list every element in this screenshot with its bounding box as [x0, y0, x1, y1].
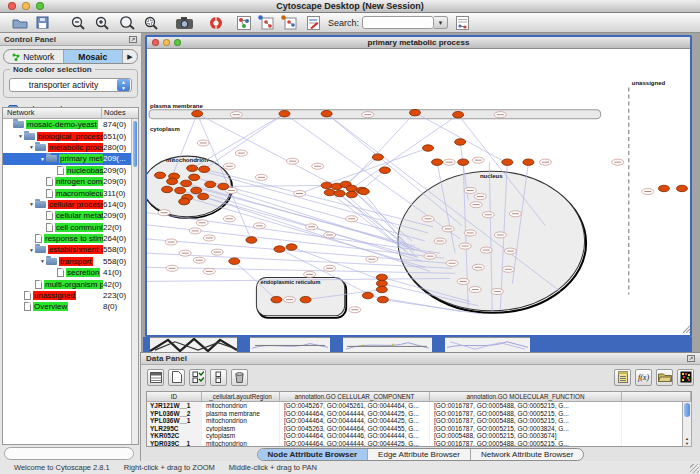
table-row[interactable]: YPL036W__2plasma membrane[GO:0044464, GO…: [147, 410, 691, 418]
network-canvas[interactable]: plasma membranecytoplasmnucleusmitochond…: [147, 49, 690, 335]
node-color-combo[interactable]: transporter activity ▲▼: [9, 78, 132, 92]
selected-node[interactable]: [324, 189, 335, 195]
background-window-fragment[interactable]: [150, 337, 237, 352]
table-row[interactable]: YLR295Ccytoplasm[GO:0045263, GO:0044464,…: [147, 425, 691, 433]
table-row[interactable]: YPL036W__1mitochondrion[GO:0044464, GO:0…: [147, 417, 691, 425]
tab-mosaic[interactable]: Mosaic: [64, 50, 124, 63]
selected-node[interactable]: [179, 198, 190, 204]
tree-row[interactable]: ▼primary metabo209(...: [3, 153, 138, 164]
selected-node[interactable]: [205, 181, 216, 187]
search-options-icon[interactable]: ▼: [434, 16, 448, 29]
tree-row[interactable]: unassigned223(0): [3, 290, 138, 301]
tree-expander-icon[interactable]: ▼: [28, 247, 35, 253]
table-row[interactable]: YKR052Ccytoplasm[GO:0044464, GO:0044446,…: [147, 432, 691, 440]
background-window-fragment[interactable]: [343, 337, 432, 352]
tree-row[interactable]: nitrogen compo209(0): [3, 176, 138, 187]
hide-selected-edges-icon[interactable]: [281, 15, 297, 31]
selected-node[interactable]: [502, 159, 513, 165]
tree-expander-icon[interactable]: ▼: [28, 144, 35, 150]
selected-node[interactable]: [321, 182, 332, 188]
tree-column-network[interactable]: Network: [3, 108, 102, 118]
selected-node[interactable]: [409, 109, 420, 115]
import-attributes-icon[interactable]: [656, 369, 673, 386]
selected-node[interactable]: [372, 154, 383, 160]
float-panel-icon[interactable]: ↗: [129, 36, 137, 43]
background-window-border[interactable]: [330, 337, 343, 352]
selected-node[interactable]: [379, 167, 390, 173]
selected-node[interactable]: [300, 296, 311, 302]
tree-row[interactable]: macromolecule311(0): [3, 187, 138, 198]
selected-node[interactable]: [377, 296, 388, 302]
selected-node[interactable]: [453, 111, 464, 117]
new-attribute-icon[interactable]: [168, 369, 185, 386]
unselect-attributes-icon[interactable]: [210, 369, 227, 386]
tab-node-attribute-browser[interactable]: Node Attribute Browser: [258, 449, 369, 460]
table-row[interactable]: YDR039C__1mitochondrion[GO:0044464, GO:0…: [147, 440, 691, 447]
table-header-1[interactable]: _cellularLayoutRegion: [202, 392, 280, 401]
selected-node[interactable]: [189, 174, 200, 180]
delete-attribute-icon[interactable]: [231, 369, 248, 386]
background-window-border[interactable]: [143, 337, 150, 352]
selected-node[interactable]: [676, 185, 687, 191]
table-header-2[interactable]: annotation.GO CELLULAR_COMPONENT: [280, 392, 430, 401]
table-header-3[interactable]: annotation.GO MOLECULAR_FUNCTION: [430, 392, 622, 401]
open-icon[interactable]: [12, 15, 28, 31]
selected-node[interactable]: [286, 244, 297, 250]
snapshot-icon[interactable]: [176, 15, 193, 31]
zoom-out-icon[interactable]: [71, 15, 85, 31]
selected-node[interactable]: [162, 186, 173, 192]
selected-node[interactable]: [376, 286, 387, 292]
selected-node[interactable]: [346, 185, 357, 191]
select-attributes-icon[interactable]: [189, 369, 206, 386]
tree-row[interactable]: ▼biological_process651(0): [3, 130, 138, 141]
tree-scrollbar[interactable]: [131, 119, 138, 444]
selected-node[interactable]: [279, 110, 290, 116]
tree-row[interactable]: Overview8(0): [3, 301, 138, 312]
tab-network[interactable]: Network: [4, 50, 64, 63]
tree-expander-icon[interactable]: ▼: [28, 201, 35, 207]
tree-expander-icon[interactable]: ▼: [39, 258, 46, 264]
table-header-0[interactable]: ID: [147, 392, 202, 401]
background-window-border[interactable]: [530, 337, 692, 352]
tree-row[interactable]: ▼transport558(0): [3, 256, 138, 267]
tree-expander-icon[interactable]: ▼: [39, 156, 46, 162]
selected-node[interactable]: [181, 180, 192, 186]
network-file-icon[interactable]: [456, 15, 469, 31]
selected-node[interactable]: [432, 159, 443, 165]
annotation-icon[interactable]: [307, 15, 320, 31]
window-resize-grip-icon[interactable]: [683, 326, 690, 333]
selected-node[interactable]: [175, 187, 186, 193]
background-window-fragment[interactable]: [250, 337, 330, 352]
tab-edge-attribute-browser[interactable]: Edge Attribute Browser: [368, 449, 471, 460]
network-window-title-bar[interactable]: primary metabolic process: [147, 37, 690, 49]
tree-expander-icon[interactable]: ▼: [17, 133, 24, 139]
selected-node[interactable]: [455, 139, 466, 145]
tab-network-attribute-browser[interactable]: Network Attribute Browser: [471, 449, 583, 460]
selected-node[interactable]: [187, 165, 198, 171]
selected-node[interactable]: [246, 237, 257, 243]
save-icon[interactable]: [36, 15, 49, 31]
selected-node[interactable]: [423, 145, 434, 151]
tree-row[interactable]: ▼metabolic process280(0): [3, 142, 138, 153]
tree-row[interactable]: cellular metabo209(0): [3, 210, 138, 221]
float-data-panel-icon[interactable]: ↗: [687, 355, 695, 362]
network-overview-icon[interactable]: [237, 15, 251, 31]
selected-node[interactable]: [191, 187, 202, 193]
selected-node[interactable]: [334, 190, 345, 196]
selected-node[interactable]: [229, 258, 240, 264]
selected-node[interactable]: [376, 274, 387, 280]
resize-grip[interactable]: [690, 464, 699, 473]
selected-node[interactable]: [198, 193, 209, 199]
tree-row[interactable]: response to stimul264(0): [3, 233, 138, 244]
table-scrollbar[interactable]: ▲▼: [682, 401, 692, 447]
network-view-window[interactable]: primary metabolic process plasma membran…: [145, 35, 692, 337]
zoom-selected-icon[interactable]: [144, 15, 158, 31]
attribute-table[interactable]: ID_cellularLayoutRegionannotation.GO CEL…: [146, 391, 692, 447]
search-input[interactable]: [362, 16, 434, 29]
notepad-icon[interactable]: [614, 369, 631, 386]
selected-node[interactable]: [321, 110, 332, 116]
hide-selected-nodes-icon[interactable]: [258, 15, 274, 31]
selected-node[interactable]: [458, 159, 469, 165]
zoom-in-icon[interactable]: [95, 15, 109, 31]
tree-row[interactable]: ▼cellular process614(0): [3, 199, 138, 210]
